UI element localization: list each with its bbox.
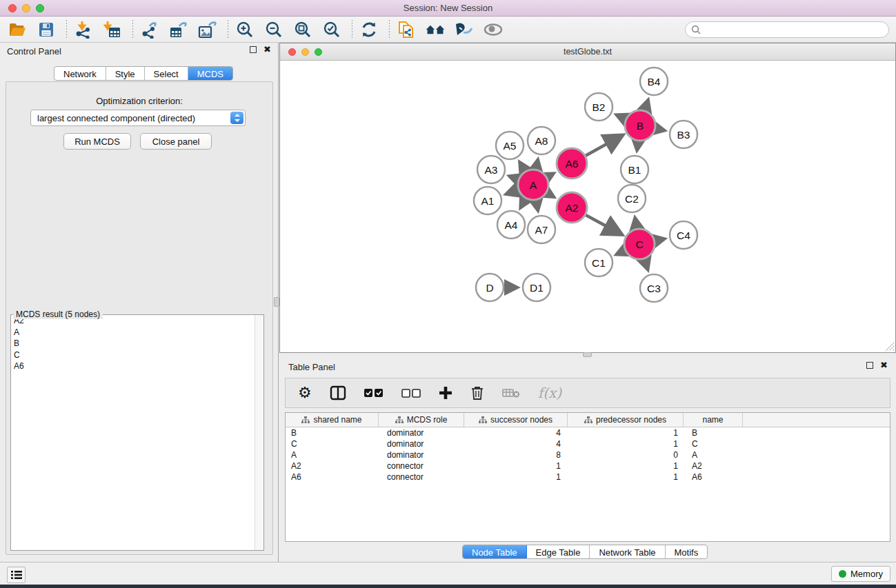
resize-grip-icon[interactable] bbox=[884, 341, 895, 352]
graph-node-A8[interactable]: A8 bbox=[528, 127, 555, 154]
network-canvas[interactable]: B4B2BB3A5A8A6A3B1AA1C2A2A4A7CC4C1C3DD1 bbox=[280, 61, 895, 352]
table-cell[interactable]: 1 bbox=[568, 427, 684, 438]
table-cell[interactable]: C bbox=[286, 438, 379, 449]
criterion-select[interactable]: largest connected component (directed) bbox=[30, 110, 246, 126]
graph-edge-A2-C[interactable] bbox=[586, 215, 621, 234]
table-row[interactable]: Bdominator41B bbox=[286, 427, 890, 438]
mcds-result-item[interactable]: B bbox=[11, 338, 255, 349]
table-cell[interactable]: 8 bbox=[464, 449, 568, 460]
tab-node-table[interactable]: Node Table bbox=[463, 545, 527, 558]
float-panel-icon[interactable] bbox=[250, 46, 257, 53]
graph-node-D[interactable]: D bbox=[476, 274, 504, 301]
tab-motifs[interactable]: Motifs bbox=[666, 545, 708, 558]
zoom-out-icon[interactable] bbox=[263, 19, 284, 40]
task-history-button[interactable] bbox=[7, 567, 26, 583]
graph-node-C4[interactable]: C4 bbox=[670, 221, 697, 249]
table-cell[interactable]: B bbox=[684, 427, 743, 438]
tab-mcds[interactable]: MCDS bbox=[188, 67, 232, 80]
graph-node-A2[interactable]: A2 bbox=[557, 192, 587, 223]
table-cell[interactable]: A bbox=[286, 449, 379, 460]
close-table-panel-icon[interactable]: ✖ bbox=[880, 362, 888, 369]
graph-node-C3[interactable]: C3 bbox=[640, 274, 668, 302]
close-panel-icon[interactable]: ✖ bbox=[263, 46, 271, 53]
graph-edge-C-C1[interactable] bbox=[616, 251, 625, 255]
graph-node-B4[interactable]: B4 bbox=[640, 68, 668, 95]
add-column-icon[interactable] bbox=[439, 386, 452, 400]
export-image-icon[interactable] bbox=[197, 19, 218, 40]
graph-edge-B-B3[interactable] bbox=[656, 129, 665, 131]
graph-edge-A-A1[interactable] bbox=[506, 190, 518, 194]
graph-node-C2[interactable]: C2 bbox=[618, 185, 646, 212]
graph-edge-B-B2[interactable] bbox=[617, 114, 626, 119]
column-visibility-icon[interactable] bbox=[330, 385, 346, 401]
open-file-icon[interactable] bbox=[7, 19, 28, 40]
zoom-in-icon[interactable] bbox=[235, 19, 255, 40]
export-table-icon[interactable] bbox=[168, 19, 189, 40]
import-table-icon[interactable] bbox=[102, 19, 123, 40]
tab-style[interactable]: Style bbox=[106, 67, 145, 80]
memory-button[interactable]: Memory bbox=[831, 566, 890, 582]
graph-node-B1[interactable]: B1 bbox=[621, 156, 648, 183]
table-cell[interactable]: connector bbox=[379, 472, 464, 483]
table-cell[interactable]: B bbox=[286, 427, 379, 438]
table-row[interactable]: A6connector11A6 bbox=[286, 472, 890, 483]
graph-node-C[interactable]: C bbox=[624, 229, 655, 259]
save-session-icon[interactable] bbox=[36, 19, 57, 40]
table-cell[interactable]: dominator bbox=[379, 438, 464, 449]
run-mcds-button[interactable]: Run MCDS bbox=[63, 133, 131, 150]
column-header-shared-name[interactable]: shared name bbox=[286, 413, 379, 427]
delete-column-icon[interactable] bbox=[470, 385, 484, 401]
table-cell[interactable]: 0 bbox=[568, 449, 684, 460]
deselect-all-icon[interactable] bbox=[401, 389, 421, 398]
graph-node-C1[interactable]: C1 bbox=[585, 249, 613, 276]
graph-edge-B-B1[interactable] bbox=[637, 141, 638, 150]
graph-node-D1[interactable]: D1 bbox=[523, 274, 550, 301]
graph-edge-A-A4[interactable] bbox=[521, 199, 526, 207]
graph-node-B[interactable]: B bbox=[625, 110, 655, 141]
delete-table-icon[interactable] bbox=[502, 387, 520, 398]
mcds-result-item[interactable]: C bbox=[11, 349, 255, 361]
table-cell[interactable]: 4 bbox=[464, 427, 568, 438]
table-cell[interactable]: 1 bbox=[568, 438, 684, 449]
graph-edge-A-A2[interactable] bbox=[547, 193, 554, 197]
graph-node-B3[interactable]: B3 bbox=[670, 121, 697, 148]
search-input[interactable] bbox=[701, 23, 888, 37]
table-cell[interactable]: 1 bbox=[568, 460, 684, 472]
hide-selected-icon[interactable] bbox=[454, 19, 475, 40]
close-panel-button[interactable]: Close panel bbox=[140, 133, 212, 150]
tab-edge-table[interactable]: Edge Table bbox=[527, 545, 590, 558]
table-cell[interactable]: 4 bbox=[464, 438, 568, 449]
mcds-result-item[interactable]: A bbox=[11, 327, 255, 338]
table-cell[interactable]: 1 bbox=[568, 472, 684, 483]
mcds-result-item[interactable]: A6 bbox=[11, 361, 255, 372]
float-table-panel-icon[interactable] bbox=[866, 362, 873, 369]
table-cell[interactable]: connector bbox=[379, 460, 464, 472]
graph-edge-C-C3[interactable] bbox=[644, 259, 648, 270]
show-all-icon[interactable] bbox=[483, 19, 504, 40]
table-cell[interactable]: A2 bbox=[286, 460, 379, 472]
graph-edge-A-A5[interactable] bbox=[519, 162, 525, 171]
tab-network[interactable]: Network bbox=[54, 67, 106, 80]
select-all-icon[interactable] bbox=[364, 389, 384, 398]
table-row[interactable]: A2connector11A2 bbox=[286, 460, 890, 472]
table-row[interactable]: Cdominator41C bbox=[286, 438, 890, 449]
table-cell[interactable]: A6 bbox=[286, 472, 379, 483]
table-cell[interactable]: 1 bbox=[464, 472, 568, 483]
graph-node-A5[interactable]: A5 bbox=[496, 132, 524, 159]
table-cell[interactable]: dominator bbox=[379, 427, 464, 438]
graph-edge-A-A3[interactable] bbox=[509, 176, 518, 179]
table-cell[interactable]: A bbox=[684, 449, 743, 460]
graph-node-B2[interactable]: B2 bbox=[585, 93, 613, 121]
graph-node-A[interactable]: A bbox=[518, 170, 548, 200]
graph-node-A3[interactable]: A3 bbox=[477, 156, 505, 183]
table-cell[interactable]: dominator bbox=[379, 449, 464, 460]
table-cell[interactable]: A2 bbox=[684, 460, 743, 472]
graph-edge-A-A7[interactable] bbox=[536, 201, 538, 211]
column-header-name[interactable]: name bbox=[684, 413, 743, 427]
graph-node-A7[interactable]: A7 bbox=[528, 216, 555, 243]
zoom-fit-icon[interactable] bbox=[292, 19, 313, 40]
graph-edge-B-B4[interactable] bbox=[645, 100, 648, 110]
clone-network-icon[interactable] bbox=[396, 19, 417, 40]
vertical-splitter-grip[interactable] bbox=[274, 297, 279, 307]
function-builder-icon[interactable]: f(x) bbox=[538, 385, 561, 401]
